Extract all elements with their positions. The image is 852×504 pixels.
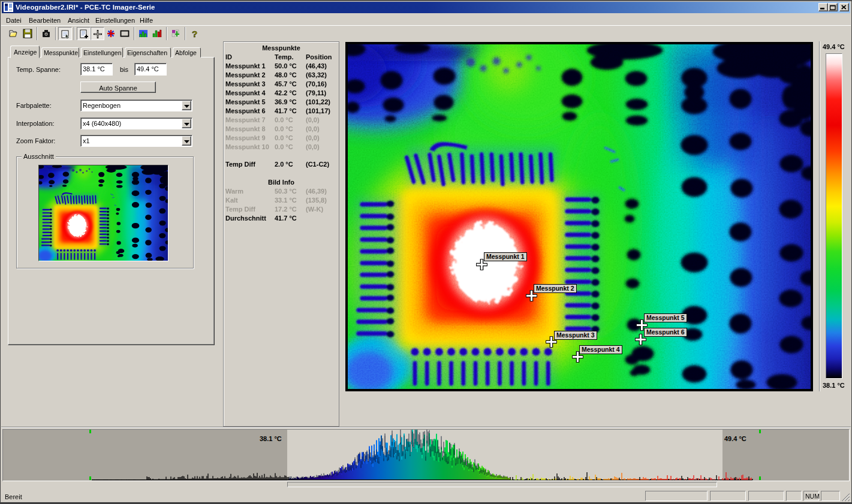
svg-text:?: ? (192, 29, 197, 38)
